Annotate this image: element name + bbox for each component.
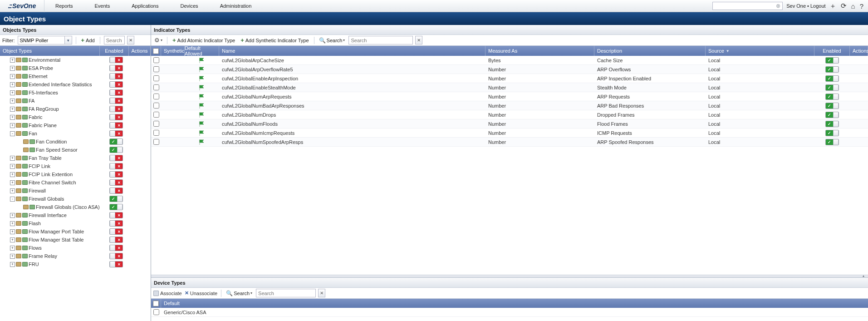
row-checkbox[interactable]: [153, 66, 159, 72]
col-checkbox[interactable]: [151, 299, 161, 308]
tree-row[interactable]: +FRU: [0, 260, 151, 268]
enabled-toggle[interactable]: [109, 65, 123, 71]
enabled-toggle[interactable]: [109, 188, 123, 194]
indicator-search-menu[interactable]: 🔍Search▾: [318, 37, 346, 44]
enabled-toggle[interactable]: [109, 196, 123, 202]
tree-row[interactable]: +FA RegGroup: [0, 105, 151, 113]
select-all-checkbox[interactable]: [153, 48, 159, 54]
col-description[interactable]: Description: [594, 46, 706, 56]
global-search-input[interactable]: [713, 2, 782, 10]
expand-icon[interactable]: +: [10, 74, 15, 79]
tree-row[interactable]: +Environmental: [0, 56, 151, 64]
indicator-row[interactable]: cufwL2GlobalArpCacheSizeBytesCache SizeL…: [151, 56, 868, 65]
enabled-toggle[interactable]: [109, 130, 123, 137]
add-synthetic-indicator-button[interactable]: +Add Synthetic Indicator Type: [239, 37, 310, 43]
add-object-type-button[interactable]: +Add: [80, 37, 96, 43]
col-enabled[interactable]: Enabled: [100, 46, 129, 56]
indicator-row[interactable]: cufwL2GlobalArpOverflowRate5NumberARP Ov…: [151, 65, 868, 74]
expand-icon[interactable]: +: [10, 172, 15, 177]
row-checkbox[interactable]: [153, 112, 159, 118]
enabled-toggle[interactable]: [109, 220, 123, 227]
collapse-icon[interactable]: -: [10, 131, 15, 136]
indicator-row[interactable]: cufwL2GlobalEnableArpInspectionNumberARP…: [151, 74, 868, 83]
tree-row[interactable]: +Ethernet: [0, 72, 151, 80]
object-search-clear[interactable]: ✕: [127, 36, 134, 44]
expand-icon[interactable]: +: [10, 66, 15, 71]
indicator-row[interactable]: cufwL2GlobalEnableStealthModeNumberSteal…: [151, 83, 868, 92]
indicator-row[interactable]: cufwL2GlobalNumBadArpResponsesNumberARP …: [151, 101, 868, 110]
enabled-toggle[interactable]: [109, 89, 123, 96]
expand-icon[interactable]: +: [10, 90, 15, 95]
enabled-toggle[interactable]: [109, 147, 123, 153]
enabled-toggle[interactable]: [825, 66, 839, 73]
expand-icon[interactable]: +: [10, 156, 15, 161]
tree-row[interactable]: +Fabric: [0, 113, 151, 121]
tree-row[interactable]: +Flow Manager Port Table: [0, 227, 151, 236]
enabled-toggle[interactable]: [109, 245, 123, 251]
row-checkbox[interactable]: [153, 75, 159, 81]
tree-row[interactable]: +Firewall Interface: [0, 211, 151, 219]
enabled-toggle[interactable]: [109, 57, 123, 63]
indicator-search-box[interactable]: [348, 36, 413, 44]
enabled-toggle[interactable]: [825, 121, 839, 127]
indicator-grid[interactable]: Synthetic Default Allowed Name Measured …: [151, 46, 868, 275]
tree-row[interactable]: +Fabric Plane: [0, 121, 151, 129]
tree-row[interactable]: +Flow Manager Stat Table: [0, 236, 151, 244]
collapse-icon[interactable]: -: [10, 197, 15, 202]
expand-icon[interactable]: +: [10, 107, 15, 112]
enabled-toggle[interactable]: [109, 212, 123, 218]
expand-icon[interactable]: +: [10, 254, 15, 259]
plus-icon[interactable]: ＋: [829, 2, 836, 10]
enabled-toggle[interactable]: [825, 84, 839, 91]
row-checkbox[interactable]: [153, 139, 159, 145]
indicator-row[interactable]: cufwL2GlobalNumFloodsNumberFlood FramesL…: [151, 119, 868, 128]
col-enabled[interactable]: Enabled: [814, 46, 850, 56]
tree-row[interactable]: Fan Speed Sensor: [0, 146, 151, 154]
home-icon[interactable]: ⌂: [851, 2, 855, 10]
enabled-toggle[interactable]: [825, 103, 839, 109]
tree-row[interactable]: +FCIP Link: [0, 162, 151, 170]
indicator-row[interactable]: cufwL2GlobalNumDropsNumberDropped Frames…: [151, 110, 868, 119]
enabled-toggle[interactable]: [109, 253, 123, 259]
tree-row[interactable]: +F5-Interfaces: [0, 89, 151, 97]
device-search-menu[interactable]: 🔍Search▾: [225, 290, 253, 296]
expand-icon[interactable]: +: [10, 262, 15, 267]
enabled-toggle[interactable]: [109, 122, 123, 128]
object-search-box[interactable]: [104, 36, 125, 44]
col-synthetic[interactable]: Synthetic: [161, 46, 185, 56]
enabled-toggle[interactable]: [109, 106, 123, 112]
indicator-search-clear[interactable]: ✕: [415, 36, 422, 44]
tree-row[interactable]: +FA: [0, 97, 151, 105]
enabled-toggle[interactable]: [109, 155, 123, 161]
expand-icon[interactable]: +: [10, 246, 15, 251]
tree-row[interactable]: +Flash: [0, 219, 151, 227]
col-source[interactable]: Source▼: [706, 46, 814, 56]
logout-link[interactable]: Logout: [810, 3, 826, 9]
enabled-toggle[interactable]: [825, 130, 839, 136]
col-checkbox[interactable]: [151, 46, 161, 56]
row-checkbox[interactable]: [153, 57, 159, 63]
indicator-row[interactable]: cufwL2GlobalNumArpRequestsNumberARP Requ…: [151, 92, 868, 101]
tree-row[interactable]: +Frame Relay: [0, 252, 151, 260]
expand-icon[interactable]: +: [10, 188, 15, 193]
tree-row[interactable]: +ESA Probe: [0, 64, 151, 72]
row-checkbox[interactable]: [153, 94, 159, 99]
menu-administration[interactable]: Administration: [209, 0, 263, 12]
row-checkbox[interactable]: [153, 103, 159, 109]
row-checkbox[interactable]: [153, 121, 159, 127]
col-default[interactable]: Default: [161, 301, 868, 306]
enabled-toggle[interactable]: [109, 228, 123, 235]
col-object-types[interactable]: Object Types: [0, 46, 100, 56]
expand-icon[interactable]: +: [10, 213, 15, 218]
enabled-toggle[interactable]: [109, 114, 123, 120]
device-search-input[interactable]: [256, 289, 315, 297]
expand-icon[interactable]: +: [10, 115, 15, 120]
object-search-input[interactable]: [104, 36, 124, 44]
expand-icon[interactable]: +: [10, 229, 15, 234]
enabled-toggle[interactable]: [109, 179, 123, 186]
enabled-toggle[interactable]: [109, 73, 123, 79]
associate-button[interactable]: Associate: [153, 291, 182, 296]
device-search-clear[interactable]: ✕: [318, 289, 325, 297]
col-actions[interactable]: Actions: [850, 46, 868, 56]
expand-icon[interactable]: +: [10, 82, 15, 87]
